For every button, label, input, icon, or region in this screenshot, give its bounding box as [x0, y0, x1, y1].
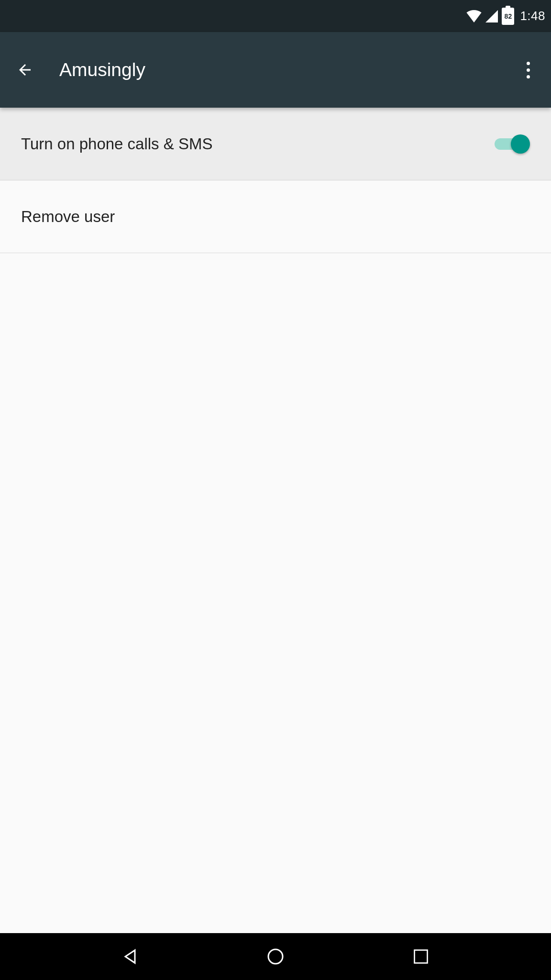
row-label: Turn on phone calls & SMS	[21, 135, 212, 153]
wifi-icon	[466, 10, 482, 22]
switch-thumb	[511, 134, 530, 154]
app-bar: Amusingly	[0, 32, 551, 108]
battery-level: 82	[505, 13, 512, 20]
nav-home-icon	[266, 947, 285, 966]
nav-home-button[interactable]	[261, 942, 290, 971]
phone-calls-sms-toggle[interactable]	[492, 134, 530, 154]
settings-list: Turn on phone calls & SMS Remove user	[0, 108, 551, 933]
phone-calls-sms-row[interactable]: Turn on phone calls & SMS	[0, 108, 551, 180]
remove-user-row[interactable]: Remove user	[0, 180, 551, 253]
svg-rect-1	[415, 950, 428, 963]
nav-recent-icon	[412, 948, 430, 965]
device-frame: 82 1:48 Amusingly Turn on phone calls & …	[0, 0, 551, 980]
status-bar: 82 1:48	[0, 0, 551, 32]
status-clock: 1:48	[520, 9, 545, 23]
nav-recent-button[interactable]	[407, 942, 435, 971]
page-title: Amusingly	[59, 59, 145, 80]
navigation-bar	[0, 933, 551, 980]
more-vert-icon	[527, 75, 530, 78]
more-vert-icon	[527, 68, 530, 72]
battery-icon: 82	[502, 8, 514, 25]
cellular-signal-icon	[485, 10, 498, 22]
overflow-menu-button[interactable]	[513, 55, 543, 85]
arrow-back-icon	[16, 61, 33, 78]
back-button[interactable]	[11, 56, 38, 83]
svg-point-0	[268, 949, 283, 964]
nav-back-button[interactable]	[116, 942, 144, 971]
more-vert-icon	[527, 62, 530, 65]
row-label: Remove user	[21, 208, 115, 226]
nav-back-icon	[121, 947, 140, 966]
